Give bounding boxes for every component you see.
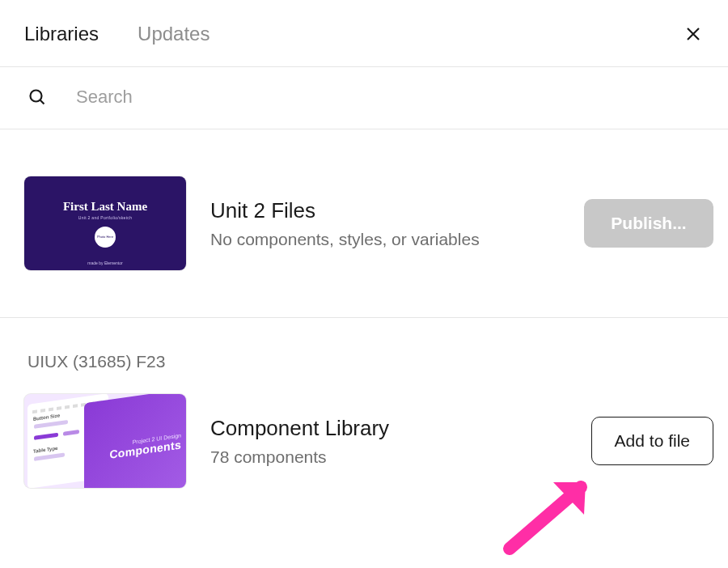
publish-button[interactable]: Publish... xyxy=(584,199,713,248)
svg-point-0 xyxy=(31,91,42,102)
library-row: Button Size Table Type Project 2 UI Desi… xyxy=(0,389,728,520)
file-title: Unit 2 Files xyxy=(210,198,560,223)
thumb-avatar: Photo Here xyxy=(95,227,116,248)
thumb-ui-label: Table Type xyxy=(33,446,57,454)
svg-line-1 xyxy=(40,100,44,104)
library-subtitle: 78 components xyxy=(210,447,567,467)
current-file-row: First Last Name Unit 2 and Portfolio/ske… xyxy=(0,129,728,317)
file-subtitle: No components, styles, or variables xyxy=(210,230,560,249)
file-thumbnail[interactable]: First Last Name Unit 2 and Portfolio/ske… xyxy=(24,176,186,270)
team-section-label: UIUX (31685) F23 xyxy=(0,318,728,389)
close-icon xyxy=(684,24,703,44)
add-to-file-button[interactable]: Add to file xyxy=(591,417,713,465)
close-button[interactable] xyxy=(683,23,704,45)
library-title: Component Library xyxy=(210,416,567,441)
thumb-ui-label: Button Size xyxy=(33,413,60,422)
search-row xyxy=(0,67,728,129)
thumb-subtitle: Unit 2 and Portfolio/sketch xyxy=(78,215,132,220)
tab-updates[interactable]: Updates xyxy=(138,23,210,45)
thumb-title: First Last Name xyxy=(63,200,147,214)
tab-libraries[interactable]: Libraries xyxy=(24,23,99,45)
search-input[interactable] xyxy=(76,87,704,108)
search-icon xyxy=(28,87,47,107)
thumb-panel: Project 2 UI Design Components xyxy=(84,394,186,488)
thumb-footer: made by Elementor xyxy=(87,261,122,265)
library-thumbnail[interactable]: Button Size Table Type Project 2 UI Desi… xyxy=(24,394,186,488)
